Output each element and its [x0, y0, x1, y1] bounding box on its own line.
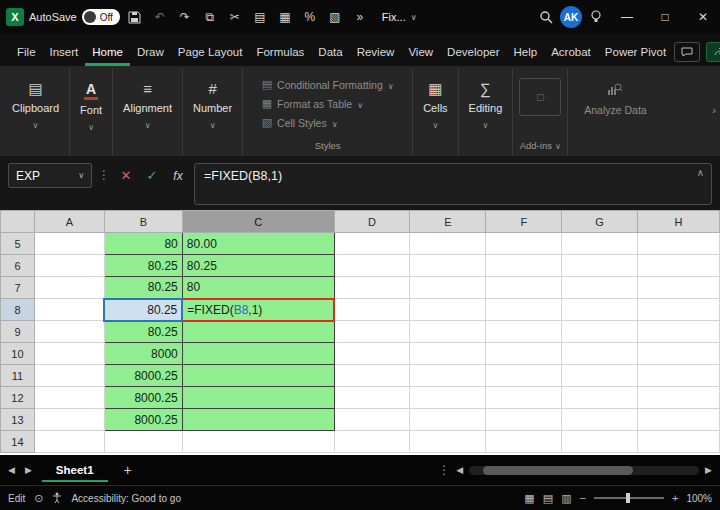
cell-E5[interactable]	[410, 233, 486, 255]
comments-button[interactable]	[674, 42, 700, 62]
autosave-toggle[interactable]: Off	[82, 9, 120, 25]
cell-F8[interactable]	[486, 299, 562, 321]
cell-B6[interactable]: 80.25	[104, 255, 182, 277]
menu-help[interactable]: Help	[507, 39, 545, 66]
cell-H13[interactable]	[638, 409, 720, 431]
cell-D8[interactable]	[334, 299, 410, 321]
column-header-E[interactable]: E	[410, 211, 486, 233]
cell-G5[interactable]	[562, 233, 638, 255]
cell-E14[interactable]	[410, 431, 486, 453]
cell-C9[interactable]	[182, 321, 334, 343]
menu-review[interactable]: Review	[350, 39, 402, 66]
cell-G10[interactable]	[562, 343, 638, 365]
column-header-H[interactable]: H	[638, 211, 720, 233]
avatar[interactable]: AK	[560, 6, 582, 28]
minimize-button[interactable]: —	[610, 0, 644, 34]
scroll-left-icon[interactable]: ◀	[456, 465, 463, 475]
column-header-D[interactable]: D	[334, 211, 410, 233]
collapse-formula-bar-icon[interactable]: ∧	[697, 167, 704, 178]
cell-B14[interactable]	[104, 431, 182, 453]
cell-E10[interactable]	[410, 343, 486, 365]
cell-D7[interactable]	[334, 277, 410, 299]
cell-H10[interactable]	[638, 343, 720, 365]
cell-A13[interactable]	[34, 409, 104, 431]
row-header-7[interactable]: 7	[1, 277, 35, 299]
cell-C12[interactable]	[182, 387, 334, 409]
cut-icon[interactable]: ✂	[225, 5, 245, 29]
cell-F10[interactable]	[486, 343, 562, 365]
borders-icon[interactable]: ▤	[250, 5, 270, 29]
enter-icon[interactable]: ✓	[142, 163, 162, 188]
cell-H9[interactable]	[638, 321, 720, 343]
cell-A6[interactable]	[34, 255, 104, 277]
cell-D14[interactable]	[334, 431, 410, 453]
cell-H11[interactable]	[638, 365, 720, 387]
select-all-corner[interactable]	[1, 211, 35, 233]
ribbon-overflow-icon[interactable]: ›	[712, 104, 716, 116]
cell-C13[interactable]	[182, 409, 334, 431]
cell-F11[interactable]	[486, 365, 562, 387]
cell-styles-button[interactable]: ▧ Cell Styles ∨	[258, 114, 398, 131]
copy-icon[interactable]: ⧉	[200, 5, 220, 29]
cell-F12[interactable]	[486, 387, 562, 409]
ribbon-group-alignment[interactable]: ≡ Alignment ∨	[113, 68, 183, 156]
cell-D11[interactable]	[334, 365, 410, 387]
ribbon-group-font[interactable]: A Font ∨	[70, 68, 113, 156]
undo-icon[interactable]: ↶	[150, 5, 170, 29]
qat-overflow-icon[interactable]: »	[350, 5, 370, 29]
column-header-A[interactable]: A	[34, 211, 104, 233]
cell-C7[interactable]: 80	[182, 277, 334, 299]
cell-B8[interactable]: 80.25	[104, 299, 182, 321]
share-button[interactable]	[706, 42, 720, 62]
horizontal-scrollbar[interactable]	[469, 466, 699, 475]
menu-home[interactable]: Home	[85, 39, 130, 66]
insert-function-icon[interactable]: fx	[168, 163, 188, 188]
cell-H5[interactable]	[638, 233, 720, 255]
normal-view-icon[interactable]: ▦	[524, 492, 534, 505]
ribbon-group-clipboard[interactable]: ▤ Clipboard ∨	[2, 68, 70, 156]
menu-acrobat[interactable]: Acrobat	[544, 39, 598, 66]
addins-button[interactable]: ▢	[519, 78, 561, 116]
column-header-G[interactable]: G	[562, 211, 638, 233]
cell-C11[interactable]	[182, 365, 334, 387]
cell-A12[interactable]	[34, 387, 104, 409]
cell-H6[interactable]	[638, 255, 720, 277]
cell-G11[interactable]	[562, 365, 638, 387]
cell-H14[interactable]	[638, 431, 720, 453]
cell-F13[interactable]	[486, 409, 562, 431]
lightbulb-icon[interactable]	[586, 5, 606, 29]
cell-E7[interactable]	[410, 277, 486, 299]
cell-C8[interactable]: =FIXED(B8,1)	[182, 299, 334, 321]
column-header-F[interactable]: F	[486, 211, 562, 233]
row-header-11[interactable]: 11	[1, 365, 35, 387]
cell-G14[interactable]	[562, 431, 638, 453]
percent-style-icon[interactable]: %	[300, 5, 320, 29]
menu-formulas[interactable]: Formulas	[249, 39, 311, 66]
row-header-12[interactable]: 12	[1, 387, 35, 409]
conditional-formatting-button[interactable]: ▤ Conditional Formatting ∨	[258, 76, 398, 93]
menu-insert[interactable]: Insert	[43, 39, 86, 66]
sheet-nav-left-icon[interactable]: ◀	[8, 465, 15, 475]
merge-center-icon[interactable]: ▦	[275, 5, 295, 29]
cell-G6[interactable]	[562, 255, 638, 277]
cell-D12[interactable]	[334, 387, 410, 409]
format-as-table-button[interactable]: ▦ Format as Table ∨	[258, 95, 398, 112]
excel-app-icon[interactable]: X	[6, 8, 24, 26]
page-break-view-icon[interactable]: ▥	[561, 492, 571, 505]
page-layout-view-icon[interactable]: ▤	[543, 492, 553, 505]
row-header-14[interactable]: 14	[1, 431, 35, 453]
name-box-resize-handle[interactable]: ⋮	[98, 163, 110, 182]
analyze-data-button[interactable]: Analyze Data	[574, 72, 656, 116]
cell-F5[interactable]	[486, 233, 562, 255]
cell-D13[interactable]	[334, 409, 410, 431]
cell-D5[interactable]	[334, 233, 410, 255]
cell-H8[interactable]	[638, 299, 720, 321]
menu-power-pivot[interactable]: Power Pivot	[598, 39, 673, 66]
name-box[interactable]: EXP ∨	[8, 163, 92, 188]
add-sheet-button[interactable]: +	[118, 462, 138, 478]
cell-A5[interactable]	[34, 233, 104, 255]
zoom-slider-thumb[interactable]	[626, 493, 630, 503]
cell-B7[interactable]: 80.25	[104, 277, 182, 299]
row-header-10[interactable]: 10	[1, 343, 35, 365]
column-header-B[interactable]: B	[104, 211, 182, 233]
